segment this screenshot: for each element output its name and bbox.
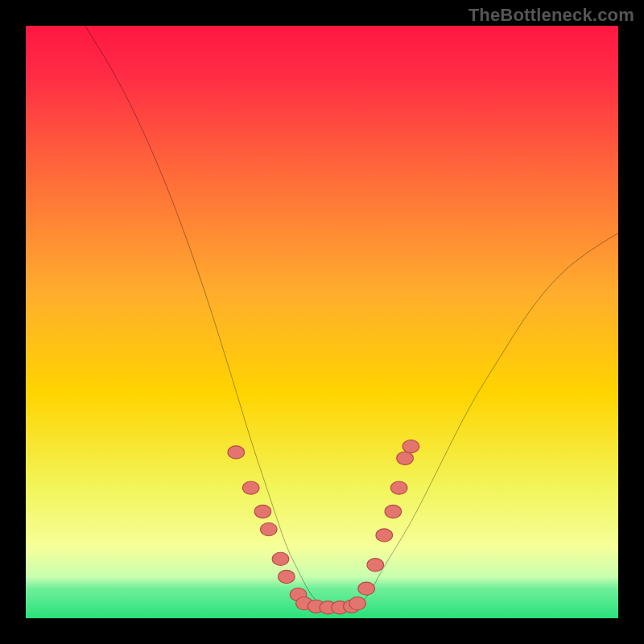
data-marker bbox=[385, 505, 402, 518]
data-marker bbox=[397, 452, 414, 464]
watermark-text: TheBottleneck.com bbox=[469, 5, 634, 26]
data-marker bbox=[349, 597, 366, 610]
data-marker bbox=[279, 570, 295, 583]
data-marker bbox=[367, 559, 384, 572]
data-marker bbox=[376, 529, 393, 542]
bottleneck-chart bbox=[26, 26, 618, 618]
chart-frame: TheBottleneck.com bbox=[0, 0, 644, 644]
data-marker bbox=[390, 481, 407, 494]
data-marker bbox=[260, 523, 277, 536]
data-marker bbox=[272, 552, 289, 565]
data-marker bbox=[242, 481, 259, 494]
gradient-background bbox=[26, 26, 618, 618]
data-marker bbox=[254, 505, 271, 518]
data-marker bbox=[358, 582, 375, 595]
data-marker bbox=[228, 446, 245, 459]
data-marker bbox=[402, 440, 419, 452]
